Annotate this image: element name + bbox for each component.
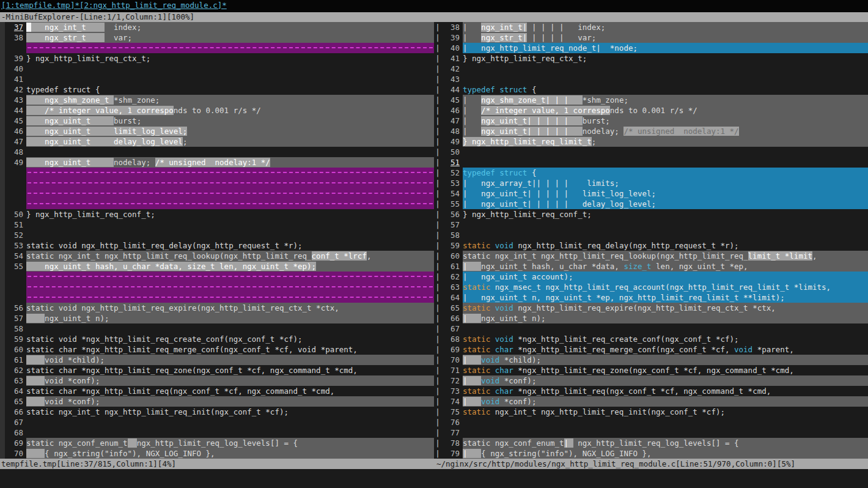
code-line-text[interactable]: static void ngx_http_limit_req_delay(ngx… xyxy=(463,240,868,251)
code-row[interactable]: 55 ngx_uint_t hash, u_char *data, size_t… xyxy=(5,261,434,272)
code-line-text[interactable]: static char *ngx_http_limit_req(ngx_conf… xyxy=(26,386,434,396)
code-line-text[interactable]: void *child); xyxy=(26,355,434,365)
code-row[interactable]: 54| ngx_uint_t| | | | | limit_log_level; xyxy=(441,188,868,199)
code-row[interactable] xyxy=(5,43,434,53)
diff-filler-row[interactable] xyxy=(26,282,434,292)
code-line-text[interactable] xyxy=(26,323,434,334)
code-row[interactable]: 75static ngx_int_t ngx_http_limit_req_in… xyxy=(441,407,868,417)
code-line-text[interactable]: | ngx_uint_t account); xyxy=(463,272,868,282)
code-row[interactable]: 68 xyxy=(5,427,434,438)
code-row[interactable]: 44 /* integer value, 1 corresponds to 0.… xyxy=(5,105,434,116)
code-line-text[interactable]: static ngx_int_t ngx_http_limit_req_look… xyxy=(26,251,434,261)
code-row[interactable]: 60static char *ngx_http_limit_req_merge_… xyxy=(5,344,434,355)
code-line-text[interactable]: static void *ngx_http_limit_req_create_c… xyxy=(26,334,434,344)
code-row[interactable]: 56static void ngx_http_limit_req_expire(… xyxy=(5,303,434,313)
code-line-text[interactable]: ngx_uint_t limit_log_level; xyxy=(26,126,434,136)
code-line-text[interactable]: ngx_uint_t n); xyxy=(26,313,434,323)
code-line-text[interactable] xyxy=(463,147,868,157)
code-row[interactable]: 58 xyxy=(5,323,434,334)
code-row[interactable] xyxy=(5,178,434,188)
code-row[interactable] xyxy=(5,199,434,209)
code-row[interactable] xyxy=(5,282,434,292)
code-row[interactable]: 44typedef struct { xyxy=(441,84,868,95)
code-line-text[interactable]: static void *ngx_http_limit_req_create_c… xyxy=(463,334,868,344)
command-line[interactable] xyxy=(0,469,868,488)
code-row[interactable]: 76 xyxy=(441,417,868,427)
code-line-text[interactable]: static ngx_msec_t ngx_http_limit_req_acc… xyxy=(463,282,868,292)
code-line-text[interactable]: | /* integer value, 1 corresponds to 0.0… xyxy=(463,105,868,116)
code-line-text[interactable]: | ngx_uint_t n, ngx_uint_t *ep, ngx_http… xyxy=(463,292,868,303)
code-line-text[interactable] xyxy=(463,417,868,427)
code-row[interactable]: 65static void ngx_http_limit_req_expire(… xyxy=(441,303,868,313)
code-row[interactable]: 63static ngx_msec_t ngx_http_limit_req_a… xyxy=(441,282,868,292)
code-line-text[interactable]: static void ngx_http_limit_req_expire(ng… xyxy=(26,303,434,313)
code-line-text[interactable]: ngx_uint_t hash, u_char *data, size_t le… xyxy=(26,261,434,272)
code-line-text[interactable]: void *conf); xyxy=(26,375,434,386)
code-row[interactable]: 77 xyxy=(441,427,868,438)
code-row[interactable]: 42typedef struct { xyxy=(5,84,434,95)
code-line-text[interactable]: } ngx_http_limit_req_conf_t; xyxy=(463,209,868,220)
right-editor-pane[interactable]: 38| ngx_int_t| | | | | index;39| ngx_str… xyxy=(441,22,868,459)
code-line-text[interactable]: static char *ngx_http_limit_req_zone(ngx… xyxy=(463,365,868,375)
code-row[interactable] xyxy=(5,292,434,303)
code-line-text[interactable] xyxy=(26,230,434,240)
code-line-text[interactable]: ngx_int_t index; xyxy=(26,22,434,32)
diff-filler-row[interactable] xyxy=(26,272,434,282)
code-row[interactable]: 62| ngx_uint_t account); xyxy=(441,272,868,282)
code-line-text[interactable]: | ngx_uint_t| | | | | burst; xyxy=(463,116,868,126)
code-row[interactable]: 41 xyxy=(5,74,434,84)
code-row[interactable]: 62static char *ngx_http_limit_req_zone(n… xyxy=(5,365,434,375)
code-row[interactable]: 56} ngx_http_limit_req_conf_t; xyxy=(441,209,868,220)
code-row[interactable]: 53static void ngx_http_limit_req_delay(n… xyxy=(5,240,434,251)
code-line-text[interactable]: | void *conf); xyxy=(463,396,868,407)
code-line-text[interactable]: typedef struct { xyxy=(463,168,868,178)
code-row[interactable]: 68static void *ngx_http_limit_req_create… xyxy=(441,334,868,344)
code-row[interactable]: 40 xyxy=(5,64,434,74)
code-line-text[interactable] xyxy=(463,323,868,334)
code-line-text[interactable]: | ngx_uint_t n); xyxy=(463,313,868,323)
code-line-text[interactable]: static void ngx_http_limit_req_expire(ng… xyxy=(463,303,868,313)
code-row[interactable]: 53| ngx_array_t|| | | | limits; xyxy=(441,178,868,188)
code-row[interactable]: 60static ngx_int_t ngx_http_limit_req_lo… xyxy=(441,251,868,261)
code-row[interactable]: 66static ngx_int_t ngx_http_limit_req_in… xyxy=(5,407,434,417)
window-separator[interactable]: ||||||||||||||||||||||||||||||||||||||||… xyxy=(434,22,441,459)
code-row[interactable]: 50} ngx_http_limit_req_conf_t; xyxy=(5,209,434,220)
code-row[interactable]: 48 xyxy=(5,147,434,157)
code-row[interactable]: 58 xyxy=(441,230,868,240)
code-line-text[interactable]: | ngx_uint_t hash, u_char *data, size_t … xyxy=(463,261,868,272)
code-row[interactable]: 74| void *conf); xyxy=(441,396,868,407)
code-line-text[interactable]: | ngx_array_t|| | | | limits; xyxy=(463,178,868,188)
code-line-text[interactable]: { ngx_string("info"), NGX_LOG_INFO }, xyxy=(26,448,434,459)
code-line-text[interactable] xyxy=(26,417,434,427)
code-line-text[interactable] xyxy=(26,147,434,157)
code-line-text[interactable] xyxy=(463,230,868,240)
code-line-text[interactable]: static ngx_conf_enum_t| ngx_http_limit_r… xyxy=(463,438,868,448)
code-row[interactable] xyxy=(5,272,434,282)
code-row[interactable]: 52typedef struct { xyxy=(441,168,868,178)
diff-filler-row[interactable] xyxy=(26,292,434,303)
left-code-rows[interactable]: 37 ngx_int_t index;38 ngx_str_t var;39} … xyxy=(5,22,434,459)
code-row[interactable]: 54static ngx_int_t ngx_http_limit_req_lo… xyxy=(5,251,434,261)
code-row[interactable]: 40| ngx_http_limit_req_node_t| *node; xyxy=(441,43,868,53)
code-row[interactable]: 57 ngx_uint_t n); xyxy=(5,313,434,323)
code-line-text[interactable]: static char *ngx_http_limit_req_zone(ngx… xyxy=(26,365,434,375)
code-row[interactable]: 42 xyxy=(441,64,868,74)
code-line-text[interactable] xyxy=(463,74,868,84)
code-row[interactable]: 69static ngx_conf_enum_t ngx_http_limit_… xyxy=(5,438,434,448)
code-row[interactable]: 71static char *ngx_http_limit_req_zone(n… xyxy=(441,365,868,375)
code-row[interactable]: 65 void *conf); xyxy=(5,396,434,407)
code-row[interactable]: 38 ngx_str_t var; xyxy=(5,32,434,43)
code-line-text[interactable]: static ngx_conf_enum_t ngx_http_limit_re… xyxy=(26,438,434,448)
code-row[interactable]: 61 void *child); xyxy=(5,355,434,365)
right-code-rows[interactable]: 38| ngx_int_t| | | | | index;39| ngx_str… xyxy=(441,22,868,459)
code-row[interactable]: 43 ngx_shm_zone_t *shm_zone; xyxy=(5,95,434,105)
code-line-text[interactable]: ngx_uint_t burst; xyxy=(26,116,434,126)
code-line-text[interactable]: static ngx_int_t ngx_http_limit_req_init… xyxy=(463,407,868,417)
code-line-text[interactable]: | void *conf); xyxy=(463,375,868,386)
code-row[interactable]: 45| ngx_shm_zone_t| | | *shm_zone; xyxy=(441,95,868,105)
code-line-text[interactable]: void *conf); xyxy=(26,396,434,407)
code-line-text[interactable]: static char *ngx_http_limit_req_merge_co… xyxy=(26,344,434,355)
code-row[interactable]: 64static char *ngx_http_limit_req(ngx_co… xyxy=(5,386,434,396)
code-row[interactable]: 52 xyxy=(5,230,434,240)
code-row[interactable]: 69static char *ngx_http_limit_req_merge_… xyxy=(441,344,868,355)
